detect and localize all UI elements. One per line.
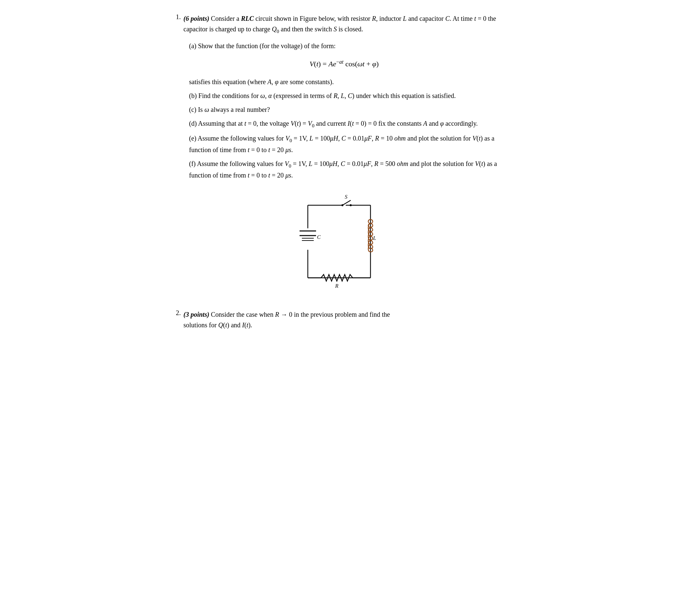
problem-1: 1. (6 points) Consider a RLC circuit sho… [176, 13, 499, 296]
resistor-label: R [335, 283, 339, 289]
problem-2-points: (3 points) [183, 311, 209, 318]
part-d-label: (d) [189, 120, 197, 127]
part-e: (e) Assume the following values for V0 =… [189, 133, 499, 155]
circuit-svg: S C [281, 190, 394, 296]
part-a-satisfies: satisfies this equation (where A, φ are … [189, 77, 499, 87]
part-f-label: (f) [189, 160, 196, 167]
svg-point-4 [350, 204, 352, 206]
problem-2-header: 2. (3 points) Consider the case when R →… [176, 309, 499, 330]
problem-1-number: 1. [176, 13, 181, 21]
problem-1-text: (6 points) Consider a RLC circuit shown … [183, 13, 499, 35]
problem-2: 2. (3 points) Consider the case when R →… [176, 309, 499, 330]
part-a: (a) Show that the function (for the volt… [189, 41, 499, 87]
svg-line-2 [343, 200, 351, 205]
part-a-label: (a) [189, 42, 196, 50]
equation-vt: V(t) = Ae−at cos(ωt + φ) [189, 58, 499, 70]
problem-2-number: 2. [176, 309, 181, 317]
problem-2-text: (3 points) Consider the case when R → 0 … [183, 309, 390, 330]
switch-label: S [345, 194, 348, 200]
part-b: (b) Find the conditions for ω, α (expres… [189, 90, 499, 101]
part-c: (c) Is ω always a real number? [189, 104, 499, 115]
part-c-label: (c) [189, 106, 196, 113]
inductor-label: L [373, 235, 376, 241]
part-b-label: (b) [189, 92, 197, 99]
problem-number-text: 1. [176, 13, 181, 20]
part-e-label: (e) [189, 135, 196, 142]
part-d: (d) Assuming that at t = 0, the voltage … [189, 118, 499, 130]
svg-point-3 [342, 204, 344, 206]
capacitor-label: C [317, 234, 321, 240]
problem-1-points: (6 points) [183, 15, 209, 22]
problem-1-header: 1. (6 points) Consider a RLC circuit sho… [176, 13, 499, 35]
part-f: (f) Assume the following values for V0 =… [189, 158, 499, 180]
circuit-diagram: S C [176, 190, 499, 296]
